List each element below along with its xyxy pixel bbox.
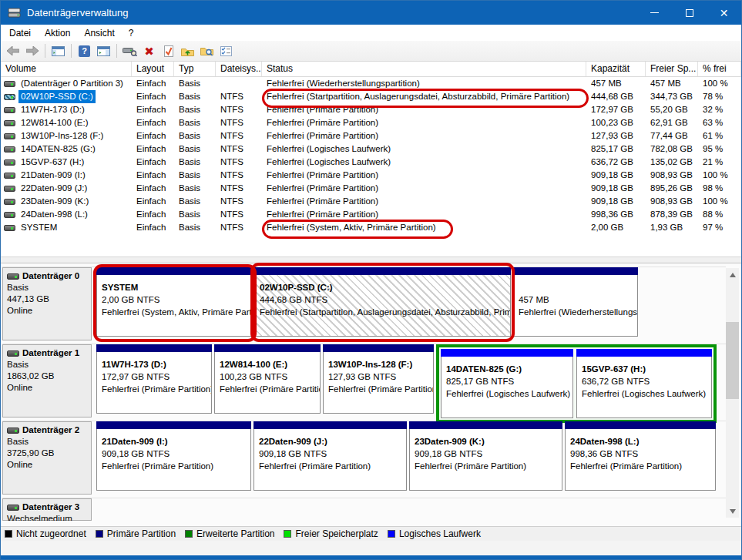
menu-aktion[interactable]: Aktion <box>38 26 77 40</box>
check-document-icon[interactable] <box>159 42 177 59</box>
help-icon[interactable]: ? <box>76 42 93 59</box>
volume-name: 12W814-100 (E:) <box>18 116 91 129</box>
menu-hilfe[interactable]: ? <box>122 26 141 40</box>
disk-type: Basis <box>7 359 87 371</box>
column-header-typ[interactable]: Typ <box>174 62 216 76</box>
volume-name: 22Daten-909 (J:) <box>18 182 89 195</box>
partition-system[interactable]: SYSTEM 2,00 GB NTFS Fehlerfrei (System, … <box>96 267 252 337</box>
partition-j[interactable]: 22Daten-909 (J:) 909,18 GB NTFS Fehlerfr… <box>253 421 407 491</box>
disk-icon <box>4 173 15 179</box>
percent-free-cell: 21 % <box>698 156 741 169</box>
typ-cell: Basis <box>174 116 216 129</box>
partition-size: 100,23 GB NTFS <box>220 371 315 383</box>
partition-name: 12W814-100 (E:) <box>220 358 315 371</box>
column-header-dateisystem[interactable]: Dateisys... <box>216 62 262 76</box>
column-header-status[interactable]: Status <box>262 62 586 76</box>
scrollbar-thumb[interactable] <box>726 322 739 399</box>
scroll-down-arrow-icon[interactable] <box>726 505 739 518</box>
partition-name: 15GVP-637 (H:) <box>582 363 707 375</box>
disk-0-header[interactable]: Datenträger 0 Basis 447,13 GB Online <box>2 267 92 340</box>
disk-state: Online <box>7 459 87 471</box>
partition-e[interactable]: 12W814-100 (E:) 100,23 GB NTFS Fehlerfre… <box>214 344 321 414</box>
partition-size: 457 MB <box>519 293 633 306</box>
menu-ansicht[interactable]: Ansicht <box>77 26 121 40</box>
back-icon[interactable] <box>4 42 22 59</box>
percent-free-cell: 61 % <box>698 129 741 143</box>
volume-row[interactable]: 11W7H-173 (D:) Einfach Basis NTFS Fehler… <box>1 103 741 116</box>
free-cell: 55,20 GB <box>646 103 698 116</box>
scroll-up-arrow-icon[interactable] <box>726 268 739 281</box>
volume-row[interactable]: 13W10P-Ins-128 (F:) Einfach Basis NTFS F… <box>1 129 741 143</box>
task-list-icon[interactable] <box>217 42 235 59</box>
volume-row-selected[interactable]: 02W10P-SSD (C:) Einfach Basis NTFS Fehle… <box>1 90 741 103</box>
disk-view-icon[interactable] <box>121 42 139 59</box>
fs-cell: NTFS <box>216 221 262 234</box>
primary-partition-bar <box>513 267 638 275</box>
partition-d[interactable]: 11W7H-173 (D:) 172,97 GB NTFS Fehlerfrei… <box>96 344 212 414</box>
partition-name <box>519 281 633 293</box>
partition-name: 21Daten-909 (I:) <box>102 435 246 448</box>
disk-icon <box>4 81 15 87</box>
disk-2-header[interactable]: Datenträger 2 Basis 3725,90 GB Online <box>2 421 92 495</box>
partition-status: Fehlerfrei (Primäre Partition) <box>328 383 428 395</box>
disk-name: Datenträger 2 <box>22 424 79 436</box>
disk-icon <box>4 225 15 231</box>
partition-size: 172,97 GB NTFS <box>102 371 206 383</box>
partition-name: 13W10P-Ins-128 (F:) <box>328 358 428 371</box>
console-tree-icon[interactable] <box>49 42 67 59</box>
capacity-cell: 172,97 GB <box>586 103 646 116</box>
vertical-scrollbar[interactable] <box>726 268 739 518</box>
volume-row[interactable]: SYSTEM Einfach Basis NTFS Fehlerfrei (Sy… <box>1 221 741 234</box>
legend-color-swatch <box>284 530 291 538</box>
disk-1-header[interactable]: Datenträger 1 Basis 1863,02 GB Online <box>2 344 92 417</box>
disk-1-partitions: 11W7H-173 (D:) 172,97 GB NTFS Fehlerfrei… <box>92 344 726 417</box>
partition-g-logical[interactable]: 14DATEN-825 (G:) 825,17 GB NTFS Fehlerfr… <box>441 349 573 418</box>
partition-status: Fehlerfrei (System, Aktiv, Primäre Parti… <box>102 306 247 318</box>
primary-partition-bar <box>96 421 251 429</box>
volume-row[interactable]: 24Daten-998 (L:) Einfach Basis NTFS Fehl… <box>1 208 741 221</box>
partition-status: Fehlerfrei (Primäre Partition) <box>259 460 401 472</box>
primary-partition-bar <box>565 421 716 429</box>
column-header-volume[interactable]: Volume <box>1 62 132 76</box>
volume-name: SYSTEM <box>18 221 59 234</box>
forward-icon[interactable] <box>23 42 41 59</box>
volume-row[interactable]: 21Daten-909 (I:) Einfach Basis NTFS Fehl… <box>1 169 741 182</box>
percent-free-cell: 88 % <box>698 208 741 221</box>
column-header-layout[interactable]: Layout <box>132 62 174 76</box>
partition-l[interactable]: 24Daten-998 (L:) 998,36 GB NTFS Fehlerfr… <box>565 421 716 491</box>
partition-c-selected[interactable]: 02W10P-SSD (C:) 444,68 GB NTFS Fehlerfre… <box>254 267 511 337</box>
partition-size: 636,72 GB NTFS <box>582 375 707 387</box>
menu-datei[interactable]: Datei <box>2 26 38 40</box>
action-pane-icon[interactable] <box>95 42 112 59</box>
percent-free-cell: 63 % <box>698 116 741 129</box>
partition-i[interactable]: 21Daten-909 (I:) 909,18 GB NTFS Fehlerfr… <box>96 421 251 491</box>
partition-name: 11W7H-173 (D:) <box>102 358 206 371</box>
maximize-icon <box>686 9 693 17</box>
volume-row[interactable]: (Datenträger 0 Partition 3) Einfach Basi… <box>1 77 741 90</box>
folder-search-icon[interactable] <box>198 42 216 59</box>
primary-partition-bar <box>96 344 212 352</box>
folder-up-icon[interactable] <box>179 42 196 59</box>
partition-recovery[interactable]: 457 MB Fehlerfrei (Wiederherstellungspar… <box>513 267 638 337</box>
free-cell: 62,91 GB <box>646 116 698 129</box>
volume-row[interactable]: 22Daten-909 (J:) Einfach Basis NTFS Fehl… <box>1 182 741 195</box>
delete-icon[interactable]: ✖ <box>140 42 158 59</box>
close-button[interactable]: ✕ <box>707 1 741 25</box>
primary-partition-bar <box>96 267 252 275</box>
volume-row[interactable]: 23Daten-909 (K:) Einfach Basis NTFS Fehl… <box>1 195 741 208</box>
column-header-kapazitaet[interactable]: Kapazität <box>586 62 646 76</box>
maximize-button[interactable] <box>672 1 707 25</box>
partition-k[interactable]: 23Daten-909 (K:) 909,18 GB NTFS Fehlerfr… <box>409 421 562 491</box>
partition-name: 14DATEN-825 (G:) <box>446 363 568 375</box>
column-header-freier-speicher[interactable]: Freier Sp... <box>646 62 698 76</box>
volume-row[interactable]: 15GVP-637 (H:) Einfach Basis NTFS Fehler… <box>1 156 741 169</box>
legend-label: Freier Speicherplatz <box>295 528 378 539</box>
disk-3-header[interactable]: Datenträger 3 Wechselmedium <box>2 498 92 521</box>
pane-splitter[interactable] <box>1 257 741 263</box>
partition-h-logical[interactable]: 15GVP-637 (H:) 636,72 GB NTFS Fehlerfrei… <box>576 349 712 418</box>
volume-row[interactable]: 12W814-100 (E:) Einfach Basis NTFS Fehle… <box>1 116 741 129</box>
minimize-button[interactable] <box>637 1 672 25</box>
column-header-prozent-frei[interactable]: % frei <box>698 62 741 76</box>
partition-f[interactable]: 13W10P-Ins-128 (F:) 127,93 GB NTFS Fehle… <box>323 344 434 414</box>
volume-row[interactable]: 14DATEN-825 (G:) Einfach Basis NTFS Fehl… <box>1 143 741 156</box>
